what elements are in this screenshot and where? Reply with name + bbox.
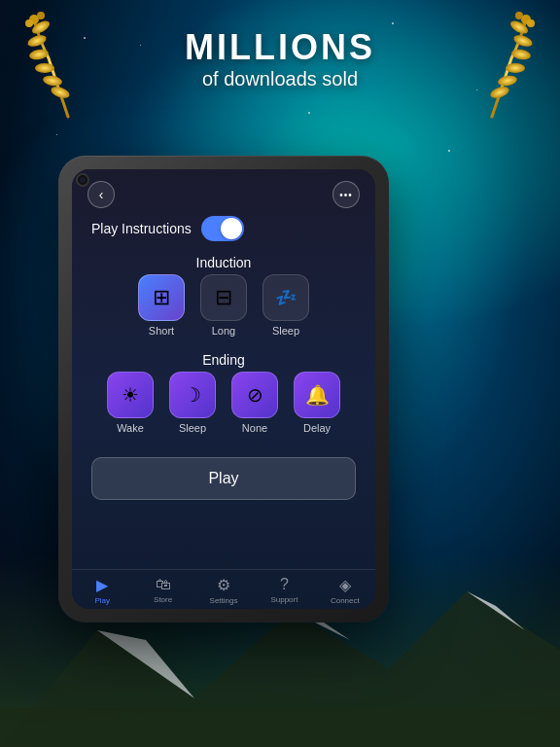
tablet-camera [76,173,89,187]
more-button[interactable]: ••• [332,181,360,208]
more-icon: ••• [339,190,353,200]
ending-section: Ending ☀ Wake ☽ [91,352,356,440]
ending-wake-icon: ☀ [107,372,154,418]
tab-support[interactable]: ? Support [254,576,314,605]
ending-label: Ending [91,352,356,368]
ending-sleep-icon: ☽ [169,372,216,418]
header-subtext: of downloads sold [0,68,560,90]
tab-store-label: Store [154,595,172,604]
tab-settings[interactable]: ⚙ Settings [193,576,254,605]
ending-delay-icon: 🔔 [294,372,340,418]
tab-play[interactable]: ▶ Play [72,576,132,605]
ending-wake-label: Wake [117,422,144,434]
header-millions: MILLIONS [0,27,560,68]
induction-long-icon: ⊟ [200,274,247,321]
tab-settings-icon: ⚙ [217,576,230,594]
play-instructions-label: Play Instructions [91,221,192,236]
tablet-body: ‹ ••• Play Instructions Induction [58,156,389,622]
tablet-screen: ‹ ••• Play Instructions Induction [72,169,375,609]
tab-support-label: Support [270,595,298,604]
app-main: Play Instructions Induction ⊞ Short [72,216,375,569]
play-instructions-toggle[interactable] [201,216,244,241]
induction-short-icon: ⊞ [138,274,185,321]
tab-store-icon: 🛍 [156,576,171,593]
tab-store[interactable]: 🛍 Store [132,576,192,605]
tab-support-icon: ? [280,576,289,593]
induction-short[interactable]: ⊞ Short [138,274,185,337]
ending-delay[interactable]: 🔔 Delay [294,372,340,434]
ending-none[interactable]: ⊘ None [231,372,278,434]
induction-label: Induction [91,255,356,270]
ending-icon-row: ☀ Wake ☽ Sleep [91,372,356,434]
svg-point-16 [515,12,523,19]
svg-rect-22 [0,708,560,747]
induction-long[interactable]: ⊟ Long [200,274,247,337]
tab-connect-label: Connect [331,596,360,605]
ending-sleep-label: Sleep [179,422,206,434]
play-instructions-row: Play Instructions [91,216,356,241]
induction-sleep[interactable]: 💤 Sleep [262,274,309,337]
tab-bar: ▶ Play 🛍 Store ⚙ Settings ? Support [72,569,375,609]
svg-point-7 [37,12,45,19]
app-container: ‹ ••• Play Instructions Induction [72,169,375,609]
svg-point-8 [25,19,33,27]
svg-point-17 [527,19,535,27]
ending-wake[interactable]: ☀ Wake [107,372,154,434]
ending-sleep[interactable]: ☽ Sleep [169,372,216,434]
tab-play-icon: ▶ [96,576,108,594]
induction-icon-row: ⊞ Short ⊟ Long [91,274,356,337]
header-section: MILLIONS of downloads sold [0,27,560,90]
tab-settings-label: Settings [210,596,238,605]
tab-connect-icon: ◈ [339,576,351,594]
ending-delay-label: Delay [303,422,331,434]
back-icon: ‹ [99,187,104,202]
app-topbar: ‹ ••• [72,169,375,216]
induction-short-label: Short [149,325,174,337]
back-button[interactable]: ‹ [88,181,115,208]
induction-sleep-icon: 💤 [262,274,309,321]
tab-connect[interactable]: ◈ Connect [315,576,375,605]
ending-none-icon: ⊘ [231,372,278,418]
induction-section: Induction ⊞ Short ⊟ [91,255,356,342]
induction-long-label: Long [212,325,235,337]
play-button[interactable]: Play [91,457,356,500]
tablet-device: ‹ ••• Play Instructions Induction [58,156,389,622]
tab-play-label: Play [94,596,110,605]
induction-sleep-label: Sleep [272,325,299,337]
ending-none-label: None [242,422,267,434]
